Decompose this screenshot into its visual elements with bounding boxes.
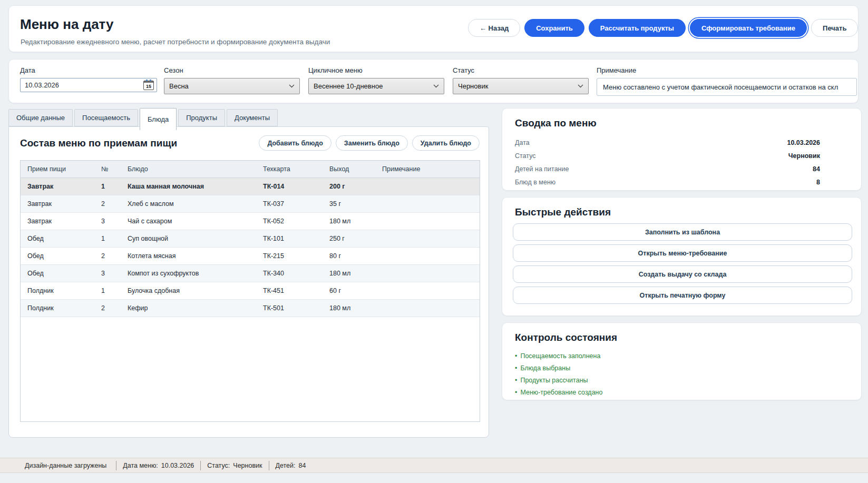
cell-output: 80 г — [323, 252, 375, 260]
table-row[interactable]: Обед 2 Котлета мясная ТК-215 80 г — [21, 248, 480, 265]
cell-num: 3 — [94, 270, 121, 277]
status-select[interactable]: Черновик — [453, 78, 589, 94]
bullet-icon: • — [515, 352, 517, 360]
cell-techcard: ТК-101 — [256, 235, 323, 242]
status-bar: Дизайн-данные загружены Дата меню: 10.03… — [0, 458, 868, 473]
summary-row-dishes: Блюд в меню 8 — [515, 175, 820, 189]
replace-dish-button[interactable]: Заменить блюдо — [336, 135, 408, 151]
fill-from-template-button[interactable]: Заполнить из шаблона — [513, 223, 852, 241]
bullet-icon: • — [515, 377, 517, 384]
statusbar-menu-date: Дата меню: 10.03.2026 — [123, 462, 194, 469]
cell-meal: Завтрак — [21, 183, 94, 190]
chevron-down-icon — [289, 84, 295, 88]
cell-meal: Обед — [21, 252, 94, 260]
state-control-card: Контроль состояния • Посещаемость заполн… — [502, 322, 862, 400]
column-header-note: Примечание — [375, 165, 480, 173]
filters-panel: Дата 10.03.2026 15 Сезон Весна Цикличное… — [8, 59, 859, 103]
tab-products[interactable]: Продукты — [178, 109, 225, 126]
cell-num: 1 — [94, 287, 121, 294]
form-requisition-button[interactable]: Сформировать требование — [690, 19, 807, 37]
dishes-tab-panel: Состав меню по приемам пищи Добавить блю… — [8, 126, 489, 438]
cyclic-menu-select[interactable]: Весеннее 10-дневное — [308, 78, 444, 94]
cell-techcard: ТК-037 — [256, 200, 323, 208]
state-control-title: Контроль состояния — [515, 332, 617, 343]
section-title: Состав меню по приемам пищи — [20, 137, 177, 149]
table-row[interactable]: Завтрак 1 Каша манная молочная ТК-014 20… — [21, 178, 480, 195]
cell-output: 180 мл — [323, 270, 375, 277]
table-row[interactable]: Обед 3 Компот из сухофруктов ТК-340 180 … — [21, 265, 480, 282]
cell-techcard: ТК-501 — [256, 304, 323, 312]
statusbar-loaded: Дизайн-данные загружены — [25, 462, 110, 469]
remove-dish-button[interactable]: Удалить блюдо — [412, 135, 480, 151]
back-button[interactable]: ← Назад — [468, 19, 520, 37]
cell-num: 2 — [94, 252, 121, 260]
summary-row-children: Детей на питание 84 — [515, 162, 820, 175]
statusbar-status: Статус: Черновик — [207, 462, 262, 469]
status-value: Черновик — [458, 82, 488, 90]
note-input[interactable]: Меню составлено с учетом фактической пос… — [597, 78, 857, 96]
cell-num: 2 — [94, 304, 121, 312]
column-header-meal: Прием пищи — [21, 165, 94, 173]
print-button[interactable]: Печать — [811, 19, 858, 37]
tab-documents[interactable]: Документы — [227, 109, 278, 126]
cell-techcard: ТК-014 — [256, 183, 323, 190]
tab-attendance[interactable]: Посещаемость — [74, 109, 138, 126]
cell-dish: Булочка сдобная — [121, 287, 256, 294]
create-warehouse-issue-button[interactable]: Создать выдачу со склада — [513, 265, 852, 283]
date-input[interactable]: 10.03.2026 15 — [20, 78, 157, 92]
cell-num: 3 — [94, 218, 121, 225]
column-header-dish: Блюдо — [121, 165, 256, 173]
status-field-group: Статус Черновик — [453, 66, 589, 94]
page-subtitle: Редактирование ежедневного меню, расчет … — [21, 38, 330, 46]
cell-dish: Компот из сухофруктов — [121, 270, 256, 277]
column-header-techcard: Техкарта — [256, 165, 323, 173]
cell-dish: Чай с сахаром — [121, 218, 256, 225]
add-dish-button[interactable]: Добавить блюдо — [259, 135, 331, 151]
cell-techcard: ТК-215 — [256, 252, 323, 260]
cell-meal: Завтрак — [21, 200, 94, 208]
tab-dishes[interactable]: Блюда — [140, 108, 177, 130]
save-button[interactable]: Сохранить — [524, 19, 584, 37]
cell-dish: Кефир — [121, 304, 256, 312]
table-row[interactable]: Полдник 1 Булочка сдобная ТК-451 60 г — [21, 282, 480, 300]
cell-meal: Полдник — [21, 304, 94, 312]
control-item-attendance: • Посещаемость заполнена — [515, 350, 602, 362]
cell-dish: Каша манная молочная — [121, 183, 256, 190]
cell-meal: Полдник — [21, 287, 94, 294]
tab-general[interactable]: Общие данные — [8, 109, 73, 126]
note-label: Примечание — [597, 66, 857, 74]
cell-output: 180 мл — [323, 218, 375, 225]
open-print-form-button[interactable]: Открыть печатную форму — [513, 287, 852, 304]
summary-title: Сводка по меню — [515, 117, 597, 129]
cell-techcard: ТК-340 — [256, 270, 323, 277]
cell-meal: Завтрак — [21, 218, 94, 225]
cell-dish: Суп овощной — [121, 235, 256, 242]
chevron-down-icon — [433, 84, 439, 88]
open-menu-requisition-button[interactable]: Открыть меню-требование — [513, 244, 852, 262]
control-item-products: • Продукты рассчитаны — [515, 374, 602, 386]
cell-output: 35 г — [323, 200, 375, 208]
cell-techcard: ТК-451 — [256, 287, 323, 294]
cell-output: 60 г — [323, 287, 375, 294]
cell-num: 1 — [94, 183, 121, 190]
quick-actions-card: Быстрые действия Заполнить из шаблона От… — [502, 197, 862, 316]
column-header-num: № — [94, 165, 121, 173]
column-header-output: Выход — [323, 165, 375, 173]
date-field-group: Дата 10.03.2026 15 — [20, 66, 157, 92]
table-row[interactable]: Полдник 2 Кефир ТК-501 180 мл — [21, 300, 480, 317]
status-label: Статус — [453, 66, 589, 74]
cell-num: 2 — [94, 200, 121, 208]
table-row[interactable]: Завтрак 3 Чай с сахаром ТК-052 180 мл — [21, 213, 480, 230]
page-header: Меню на дату Редактирование ежедневного … — [8, 5, 859, 52]
note-value: Меню составлено с учетом фактической пос… — [603, 83, 838, 91]
cell-techcard: ТК-052 — [256, 218, 323, 225]
summary-row-date: Дата 10.03.2026 — [515, 136, 820, 149]
calendar-icon[interactable]: 15 — [143, 81, 154, 90]
table-row[interactable]: Обед 1 Суп овощной ТК-101 250 г — [21, 230, 480, 248]
season-select[interactable]: Весна — [164, 78, 300, 94]
cell-output: 250 г — [323, 235, 375, 242]
calculate-products-button[interactable]: Рассчитать продукты — [589, 19, 686, 37]
bullet-icon: • — [515, 364, 517, 372]
date-label: Дата — [20, 66, 157, 74]
table-row[interactable]: Завтрак 2 Хлеб с маслом ТК-037 35 г — [21, 195, 480, 213]
